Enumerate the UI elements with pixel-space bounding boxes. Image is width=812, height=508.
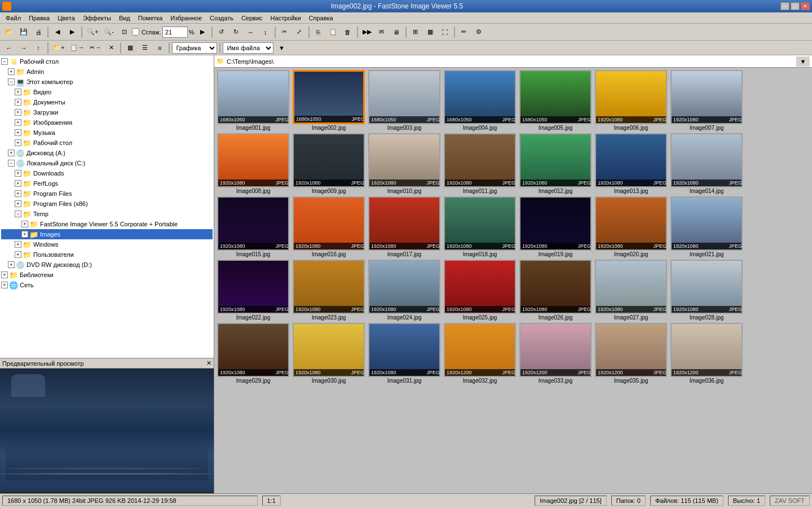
tb-slideshow[interactable]: ▶▶ xyxy=(360,25,374,39)
thumb-box-3[interactable]: 1680x1050 JPEG xyxy=(368,70,440,124)
tb-rotate-r[interactable]: ↻ xyxy=(230,25,243,39)
thumb-box-4[interactable]: 1680x1050 JPEG xyxy=(444,70,516,124)
tree-item-temp[interactable]: −📁Temp xyxy=(1,209,213,219)
maximize-button[interactable]: □ xyxy=(791,2,800,10)
tree-item-progfiles[interactable]: +📁Program Files xyxy=(1,189,213,199)
thumb-item-5[interactable]: 1680x1050 JPEG Image005.jpg xyxy=(519,70,592,131)
nav-copy-to[interactable]: 📋→ xyxy=(68,41,86,55)
tb-wallpaper[interactable]: 🖥 xyxy=(390,25,403,39)
thumb-item-1[interactable]: 1680x1050 JPEG Image001.jpg xyxy=(217,70,290,131)
tree-expand-downloads2[interactable]: + xyxy=(15,170,21,177)
tree-item-downloads2[interactable]: +📁Downloads xyxy=(1,168,213,178)
menu-colors[interactable]: Цвета xyxy=(54,14,78,22)
path-input[interactable] xyxy=(227,56,794,67)
thumb-item-19[interactable]: 1920x1080 JPEG Image019.jpg xyxy=(519,196,592,257)
tree-item-mypc[interactable]: −💻Этот компьютер xyxy=(1,77,213,87)
thumb-item-9[interactable]: 1920x1080 JPEG Image009.jpg xyxy=(292,133,365,194)
thumb-item-29[interactable]: 1920x1080 JPEG Image029.jpg xyxy=(217,323,290,384)
thumb-item-7[interactable]: 1920x1080 JPEG Image007.jpg xyxy=(670,70,743,131)
thumb-item-4[interactable]: 1680x1050 JPEG Image004.jpg xyxy=(443,70,517,131)
tree-item-perflogs[interactable]: +📁PerfLogs xyxy=(1,178,213,189)
menu-mark[interactable]: Пометка xyxy=(135,14,166,22)
thumb-box-25[interactable]: 1920x1080 JPEG xyxy=(444,260,516,314)
thumb-item-10[interactable]: 1920x1080 JPEG Image010.jpg xyxy=(368,133,441,194)
tree-item-images[interactable]: +📁Изображения xyxy=(1,117,213,128)
thumb-box-10[interactable]: 1920x1080 JPEG xyxy=(368,133,440,187)
thumb-box-21[interactable]: 1920x1080 JPEG xyxy=(670,196,743,251)
tb-zoom-in[interactable]: 🔍+ xyxy=(85,25,100,39)
tree-expand-music[interactable]: + xyxy=(15,129,21,136)
tree-expand-progfiles[interactable]: + xyxy=(15,190,21,197)
tb-email[interactable]: ✉ xyxy=(375,25,389,39)
thumb-box-12[interactable]: 1920x1080 JPEG xyxy=(519,133,592,187)
nav-view-list[interactable]: ☰ xyxy=(138,41,152,55)
tree-expand-desktop[interactable]: − xyxy=(1,58,8,65)
nav-folder-new[interactable]: 📁+ xyxy=(51,41,67,55)
tree-expand-video[interactable]: + xyxy=(15,89,21,95)
thumb-box-24[interactable]: 1920x1080 JPEG xyxy=(368,260,440,314)
tb-resize[interactable]: ⤢ xyxy=(293,25,306,39)
tb-fullscreen[interactable]: ⛶ xyxy=(438,25,452,39)
tree-expand-faststone[interactable]: + xyxy=(21,221,28,227)
tree-expand-drive_a[interactable]: + xyxy=(8,150,15,156)
thumb-box-6[interactable]: 1920x1080 JPEG xyxy=(595,70,667,124)
menu-settings[interactable]: Настройки xyxy=(267,14,304,22)
tree-item-faststone[interactable]: +📁FastStone Image Viewer 5.5 Corporate +… xyxy=(1,219,213,229)
thumb-box-8[interactable]: 1920x1080 JPEG xyxy=(217,133,289,187)
tree-item-network[interactable]: +🌐Сеть xyxy=(1,280,213,290)
tree-expand-progfiles86[interactable]: + xyxy=(15,200,21,207)
thumb-item-23[interactable]: 1920x1080 JPEG Image023.jpg xyxy=(292,260,365,321)
tb-zoom-value[interactable] xyxy=(162,27,188,38)
thumb-item-14[interactable]: 1920x1080 JPEG Image014.jpg xyxy=(670,133,743,194)
thumb-box-5[interactable]: 1680x1050 JPEG xyxy=(519,70,592,124)
tb-crop[interactable]: ✂ xyxy=(278,25,292,39)
tree-expand-admin[interactable]: + xyxy=(8,68,15,75)
thumb-box-34[interactable]: 1920x1200 JPEG xyxy=(595,323,667,377)
tree-item-admin[interactable]: +📁Admin xyxy=(1,67,213,77)
view-type-select[interactable]: Графика Все файлы xyxy=(172,42,217,54)
menu-service[interactable]: Сервис xyxy=(238,14,266,22)
thumb-item-35[interactable]: 1920x1200 JPEG Image036.jpg xyxy=(670,323,743,384)
thumb-box-17[interactable]: 1920x1080 JPEG xyxy=(368,196,440,251)
tb-delete[interactable]: 🗑 xyxy=(341,25,355,39)
nav-move-to[interactable]: ✂→ xyxy=(87,41,103,55)
thumb-item-30[interactable]: 1920x1080 JPEG Image030.jpg xyxy=(292,323,365,384)
tree-item-drive_a[interactable]: +💿Дисковод (A:) xyxy=(1,148,213,158)
tree-item-drive_d[interactable]: +💿DVD RW дисковод (D:) xyxy=(1,260,213,270)
tree-item-desktop2[interactable]: +📁Рабочий стол xyxy=(1,138,213,148)
thumb-item-6[interactable]: 1920x1080 JPEG Image006.jpg xyxy=(594,70,668,131)
tree-item-desktop[interactable]: −🖥Рабочий стол xyxy=(1,56,213,67)
thumb-item-21[interactable]: 1920x1080 JPEG Image021.jpg xyxy=(670,196,743,257)
tree-item-progfiles86[interactable]: +📁Program Files (x86) xyxy=(1,199,213,209)
thumb-box-1[interactable]: 1680x1050 JPEG xyxy=(217,70,289,124)
thumb-item-28[interactable]: 1920x1080 JPEG Image028.jpg xyxy=(670,260,743,321)
tb-paste[interactable]: 📋 xyxy=(326,25,340,39)
thumb-box-16[interactable]: 1920x1080 JPEG xyxy=(293,196,365,251)
minimize-button[interactable]: ─ xyxy=(780,2,789,10)
tree-item-local_c[interactable]: −💿Локальный диск (C:) xyxy=(1,158,213,168)
nav-forward[interactable]: → xyxy=(17,41,30,55)
nav-del[interactable]: ✕ xyxy=(104,41,118,55)
thumb-box-31[interactable]: 1920x1080 JPEG xyxy=(368,323,440,377)
thumb-box-22[interactable]: 1920x1080 JPEG xyxy=(217,260,289,314)
tb-rotate-l[interactable]: ↺ xyxy=(215,25,228,39)
tb-prev[interactable]: ◀ xyxy=(51,25,64,39)
tree-item-docs[interactable]: +📁Документы xyxy=(1,97,213,107)
menu-file[interactable]: Файл xyxy=(2,14,24,22)
tree-item-images_folder[interactable]: +📁Images xyxy=(1,229,213,239)
thumb-box-19[interactable]: 1920x1080 JPEG xyxy=(519,196,592,251)
thumb-box-14[interactable]: 1920x1080 JPEG xyxy=(670,133,743,187)
tb-smooth-check[interactable] xyxy=(132,28,139,36)
path-dropdown[interactable]: ▼ xyxy=(796,56,810,67)
thumb-item-17[interactable]: 1920x1080 JPEG Image017.jpg xyxy=(368,196,441,257)
tree-expand-images[interactable]: + xyxy=(15,119,21,126)
tb-copy[interactable]: ⎘ xyxy=(312,25,325,39)
tree-expand-images_folder[interactable]: + xyxy=(21,231,28,238)
thumb-box-9[interactable]: 1920x1080 JPEG xyxy=(293,133,365,187)
thumb-box-18[interactable]: 1920x1080 JPEG xyxy=(444,196,516,251)
tb-fit[interactable]: ⊡ xyxy=(117,25,131,39)
tree-expand-windows[interactable]: + xyxy=(15,241,21,248)
thumb-item-15[interactable]: 1920x1080 JPEG Image015.jpg xyxy=(217,196,290,257)
thumb-box-26[interactable]: 1920x1080 JPEG xyxy=(519,260,592,314)
thumb-box-28[interactable]: 1920x1080 JPEG xyxy=(670,260,743,314)
